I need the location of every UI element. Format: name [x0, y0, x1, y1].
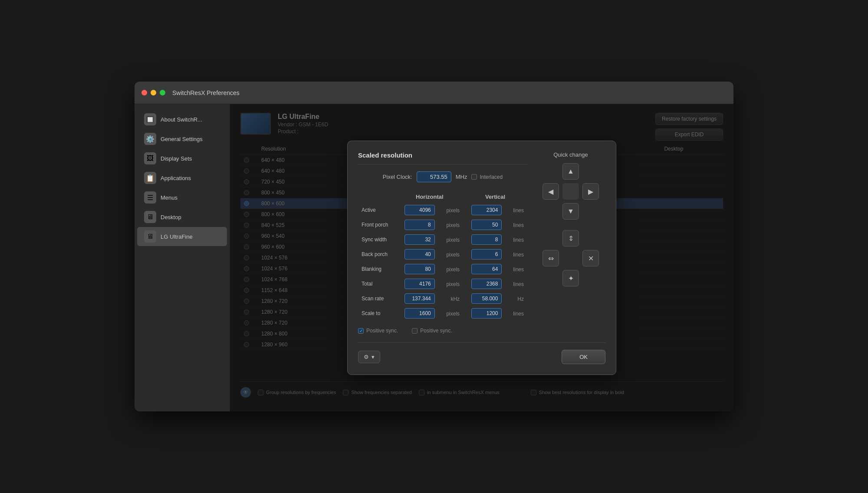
scaled-resolution-modal: Scaled resolution Pixel Clock: MHz Inter… [347, 141, 616, 375]
arrow-left-button[interactable]: ◀ [542, 183, 559, 200]
arrow-cluster2-top: ⇕ [536, 230, 605, 246]
ok-button[interactable]: OK [562, 350, 605, 364]
resize-both-button[interactable]: ✦ [562, 270, 579, 286]
resize-all-button[interactable]: ✕ [582, 250, 599, 266]
col-horizontal: Horizontal [396, 191, 464, 203]
sidebar-item-display-sets[interactable]: 🖼 Display Sets [137, 149, 227, 168]
modal-right: Quick change ▲ ◀ ▶ [536, 151, 605, 334]
back-porch-h-input[interactable] [404, 249, 435, 260]
window-title: SwitchResX Preferences [172, 89, 240, 96]
sidebar-item-lg-ultrafine[interactable]: 🖥 LG UltraFine [137, 227, 227, 246]
sidebar-item-general[interactable]: ⚙️ General Settings [137, 129, 227, 148]
minimize-button[interactable] [151, 90, 156, 95]
arrow-right-button[interactable]: ▶ [582, 183, 599, 200]
total-v-input[interactable] [471, 279, 502, 289]
row-scan-rate: Scan rate kHz Hz [358, 291, 527, 306]
row-active: Active pixels lines [358, 203, 527, 217]
lg-icon: 🖥 [144, 230, 156, 243]
traffic-lights [141, 90, 165, 95]
sidebar-label-display-sets: Display Sets [161, 155, 192, 162]
row-label-total: Total [358, 276, 396, 291]
h-sync-checkbox[interactable]: ✓ [358, 328, 364, 334]
row-scale-to: Scale to pixels lines [358, 306, 527, 321]
pixel-clock-row: Pixel Clock: MHz Interlaced [358, 171, 527, 182]
row-label-sync-width: Sync width [358, 232, 396, 247]
row-label-scan-rate: Scan rate [358, 291, 396, 306]
row-label-front-porch: Front porch [358, 217, 396, 232]
sidebar-label-desktop: Desktop [161, 214, 181, 220]
active-v-input[interactable] [471, 205, 502, 215]
pixel-clock-unit: MHz [456, 174, 467, 180]
modal-title: Scaled resolution [358, 151, 527, 164]
row-back-porch: Back porch pixels lines [358, 247, 527, 262]
scan-rate-h-input[interactable] [404, 293, 435, 304]
row-front-porch: Front porch pixels lines [358, 217, 527, 232]
resize-horiz-button[interactable]: ⇔ [542, 250, 559, 266]
interlaced-checkbox[interactable] [471, 174, 477, 180]
scan-rate-v-input[interactable] [471, 293, 502, 304]
arrow-grid-middle: ◀ ▶ [536, 183, 605, 200]
modal-content-row: Scaled resolution Pixel Clock: MHz Inter… [358, 151, 605, 334]
close-button[interactable] [141, 90, 147, 95]
sync-width-h-input[interactable] [404, 234, 435, 245]
scale-to-v-input[interactable] [471, 308, 502, 319]
modal-footer: ⚙ ▾ OK [358, 342, 605, 364]
h-sync-label[interactable]: ✓ Positive sync. [358, 328, 398, 334]
row-label-blanking: Blanking [358, 262, 396, 276]
arrow-up-button[interactable]: ▲ [562, 163, 579, 180]
row-blanking: Blanking pixels lines [358, 262, 527, 276]
menus-icon: ☰ [144, 191, 156, 204]
gear-dropdown-button[interactable]: ⚙ ▾ [358, 351, 380, 363]
pixel-clock-label: Pixel Clock: [383, 174, 412, 180]
modal-table: Horizontal Vertical Active pixels [358, 191, 527, 321]
main-panel: LG UltraFine Vendor : GSM - 1E6D Product… [230, 104, 733, 411]
general-icon: ⚙️ [144, 133, 156, 145]
row-label-back-porch: Back porch [358, 247, 396, 262]
sidebar-label-applications: Applications [161, 175, 191, 181]
row-total: Total pixels lines [358, 276, 527, 291]
interlaced-label[interactable]: Interlaced [471, 174, 503, 180]
row-label-active: Active [358, 203, 396, 217]
about-icon: 🔲 [144, 113, 156, 125]
arrow-grid-bottom-top: ▼ [536, 203, 605, 220]
active-h-input[interactable] [404, 205, 435, 215]
sidebar-item-desktop[interactable]: 🖥 Desktop [137, 207, 227, 227]
sidebar-label-general: General Settings [161, 136, 203, 142]
blanking-h-input[interactable] [404, 264, 435, 274]
modal-left: Scaled resolution Pixel Clock: MHz Inter… [358, 151, 527, 334]
sidebar-label-menus: Menus [161, 194, 178, 201]
front-porch-v-input[interactable] [471, 220, 502, 230]
display-sets-icon: 🖼 [144, 152, 156, 164]
v-sync-checkbox[interactable] [412, 328, 418, 334]
v-sync-label[interactable]: Positive sync. [412, 328, 452, 334]
sidebar-label-lg: LG UltraFine [161, 233, 193, 240]
row-sync-width: Sync width pixels lines [358, 232, 527, 247]
modal-overlay: Scaled resolution Pixel Clock: MHz Inter… [230, 104, 733, 411]
quick-change-title: Quick change [536, 151, 605, 158]
blanking-v-input[interactable] [471, 264, 502, 274]
resize-up-button[interactable]: ⇕ [562, 230, 579, 246]
sync-width-v-input[interactable] [471, 234, 502, 245]
sidebar-item-menus[interactable]: ☰ Menus [137, 188, 227, 207]
arrow-cluster2-middle: ⇔ ✕ [536, 250, 605, 266]
desktop-icon: 🖥 [144, 211, 156, 223]
arrow-grid-top: ▲ [536, 163, 605, 180]
sidebar-item-applications[interactable]: 📋 Applications [137, 168, 227, 187]
applications-icon: 📋 [144, 172, 156, 184]
arrow-down-button[interactable]: ▼ [562, 203, 579, 220]
titlebar: SwitchResX Preferences [135, 82, 733, 104]
sidebar-item-about[interactable]: 🔲 About SwitchR... [137, 110, 227, 129]
maximize-button[interactable] [160, 90, 165, 95]
sidebar-label-about: About SwitchR... [161, 116, 202, 123]
total-h-input[interactable] [404, 279, 435, 289]
sidebar: 🔲 About SwitchR... ⚙️ General Settings 🖼… [135, 104, 230, 411]
front-porch-h-input[interactable] [404, 220, 435, 230]
scale-to-h-input[interactable] [404, 308, 435, 319]
back-porch-v-input[interactable] [471, 249, 502, 260]
sync-row: ✓ Positive sync. Positive sync. [358, 328, 527, 334]
row-label-scale-to: Scale to [358, 306, 396, 321]
arrow-cluster2-bottom: ✦ [536, 270, 605, 286]
pixel-clock-input[interactable] [417, 171, 451, 182]
col-vertical: Vertical [463, 191, 527, 203]
